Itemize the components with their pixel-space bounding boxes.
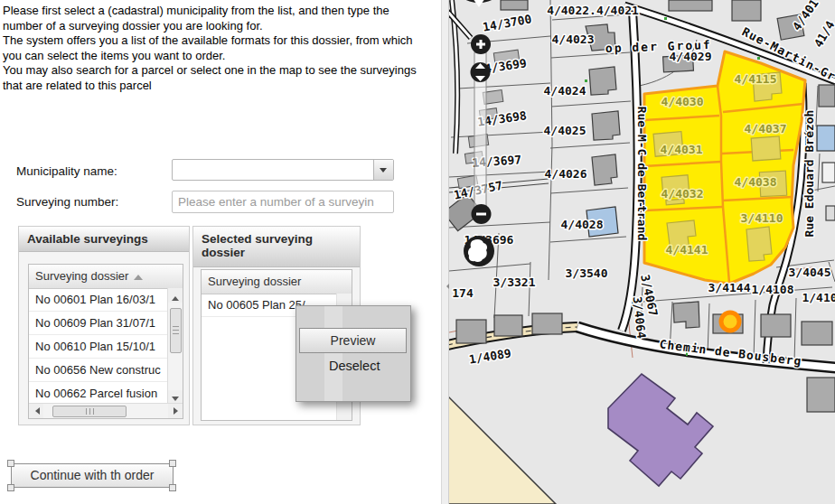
selection-handle [169,484,176,491]
parcel-marker[interactable] [721,313,739,331]
parcel-label-3/3321: 3/3321 [493,275,536,289]
parcel-label-174: 174 [452,286,474,300]
instruction-line: that are related to this parcel [3,79,435,94]
selection-handle [7,460,14,467]
selection-handle [169,460,176,467]
parcel-label-4/4028: 4/4028 [561,218,604,231]
parcel-label-4/4022.4/4021: 4/4022.4/4021 [547,4,639,17]
parcel-label-4/4023: 4/4023 [552,33,595,46]
continue-order-button[interactable]: Continue with th order [11,463,174,488]
selection-handle [7,484,14,491]
surveying-number-input[interactable] [172,191,394,213]
instruction-line: Please first select a (cadastral) munici… [3,4,435,19]
selected-panel-title: Selected surveying dossier [193,227,360,267]
list-item[interactable]: No 00601 Plan 16/03/1 [29,288,168,312]
instruction-line: number of a surveying dossier you are lo… [3,19,435,34]
municipality-dropdown[interactable] [172,159,394,181]
horizontal-scroll-thumb[interactable] [52,406,127,417]
instruction-line: You may also search for a parcel or sele… [3,63,435,79]
parcel-label-4/4037: 4/4037 [745,122,787,135]
municipality-label: Municipality name: [16,164,117,178]
parcel-label-4/4031: 4/4031 [661,143,703,156]
parcel-label-4/4115: 4/4115 [735,72,777,86]
available-rows[interactable]: No 00601 Plan 16/03/1No 00609 Plan 31/07… [29,288,168,405]
sort-ascending-icon [134,270,143,280]
order-surveying-app: Please first select a (cadastral) munici… [0,0,835,504]
context-menu-item-deselect[interactable]: Deselect [329,359,380,373]
context-menu: Preview Deselect [296,305,411,402]
available-vertical-scrollbar[interactable] [167,288,183,405]
available-horizontal-scrollbar[interactable] [29,403,183,418]
parcel-label-3/4045: 3/4045 [789,266,831,279]
surveying-number-label: Surveying number: [16,195,118,209]
panel-splitter[interactable] [441,0,449,504]
parcel-label-4/4038: 4/4038 [735,175,777,189]
vertical-scroll-thumb[interactable] [170,308,182,353]
available-column-header[interactable]: Surveying dossier [29,265,183,289]
scroll-right-icon[interactable] [168,404,183,418]
street-label-Rue Edouard Brézoh: Rue Edouard Brézoh [802,110,816,238]
available-listbox: Surveying dossier No 00601 Plan 16/03/1N… [28,264,183,419]
selected-column-header[interactable]: Surveying dossier [202,270,352,294]
list-item[interactable]: No 00656 New construc [29,359,168,382]
instructions-text: Please first select a (cadastral) munici… [3,4,435,93]
parcel-label-4/4026: 4/4026 [545,167,587,181]
list-item[interactable]: No 00662 Parcel fusion [29,382,168,405]
cadastral-map[interactable]: 14/37004/4022.4/40214/40234/40244/40254/… [449,0,835,504]
list-item[interactable]: No 00609 Plan 31/07/1 [29,312,168,335]
scroll-up-icon[interactable] [168,288,183,303]
instruction-line: you can select the items you want to ord… [3,49,435,64]
parcel-label-3/3540: 3/3540 [566,266,608,280]
parcel-label-3/4110: 3/4110 [741,211,783,225]
context-menu-item-preview[interactable]: Preview [299,328,407,353]
parcel-label-4/4030: 4/4030 [661,95,704,108]
parcel-label-1/410: 1/410 [802,291,835,304]
context-menu-gutter [324,306,342,401]
parcel-label-4/4024: 4/4024 [544,84,586,98]
parcel-label-1/4108: 1/4108 [752,283,794,296]
parcel-label-4/4141: 4/4141 [666,243,708,257]
street-label-Rue M-C de Bertrand: Rue M-C de Bertrand [635,107,649,241]
scroll-left-icon[interactable] [29,404,43,418]
list-item[interactable]: No 00610 Plan 15/10/1 [29,335,168,359]
parcel-label-4/4025: 4/4025 [544,124,586,137]
parcel-label-4/4032: 4/4032 [661,187,704,201]
chevron-down-icon[interactable] [373,160,393,180]
instruction-line: The system offers you a list of the avai… [3,33,435,49]
parcel-label-3/4144: 3/4144 [708,281,751,294]
available-panel-title: Available surveyings [19,227,189,252]
